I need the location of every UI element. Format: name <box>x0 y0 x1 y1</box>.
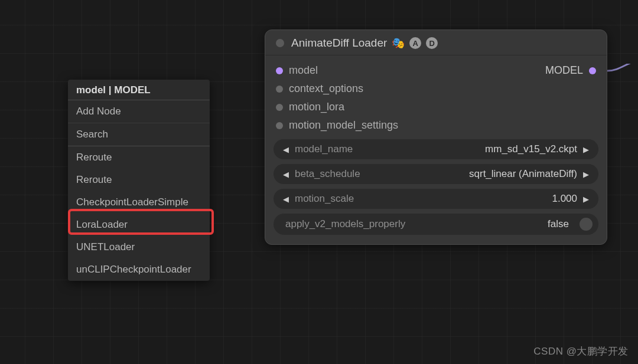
node-header[interactable]: AnimateDiff Loader 🎭 AD <box>265 30 607 55</box>
chevron-left-icon[interactable]: ◀ <box>283 195 289 204</box>
node-title: AnimateDiff Loader 🎭 AD <box>291 37 438 50</box>
chevron-left-icon[interactable]: ◀ <box>283 170 289 179</box>
widget-beta-schedule[interactable]: ◀ beta_schedule sqrt_linear (AnimateDiff… <box>274 164 598 184</box>
context-menu: model | MODEL Add Node Search Reroute Re… <box>68 80 210 281</box>
input-socket-icon[interactable] <box>276 104 283 111</box>
menu-item-lora-loader[interactable]: LoraLoader <box>68 214 210 236</box>
input-model[interactable]: model MODEL <box>274 61 598 80</box>
menu-search[interactable]: Search <box>68 123 210 146</box>
input-socket-icon[interactable] <box>276 86 283 93</box>
menu-add-node[interactable]: Add Node <box>68 100 210 123</box>
badge-d: D <box>426 37 438 49</box>
chevron-right-icon[interactable]: ▶ <box>583 170 589 179</box>
input-socket-icon[interactable] <box>276 122 283 129</box>
menu-item-checkpoint-loader-simple[interactable]: CheckpointLoaderSimple <box>68 191 210 214</box>
badge-a: A <box>409 37 421 49</box>
masks-icon: 🎭 <box>392 37 405 50</box>
menu-item-reroute[interactable]: Reroute <box>68 169 210 191</box>
chevron-right-icon[interactable]: ▶ <box>583 145 589 154</box>
input-motion-lora[interactable]: motion_lora <box>274 98 598 116</box>
collapse-dot-icon[interactable] <box>276 39 284 47</box>
chevron-right-icon[interactable]: ▶ <box>583 195 589 204</box>
menu-title: model | MODEL <box>68 80 210 100</box>
watermark: CSDN @大鹏学开发 <box>533 345 629 358</box>
menu-item-unclip-checkpoint-loader[interactable]: unCLIPCheckpointLoader <box>68 258 210 281</box>
animatediff-loader-node[interactable]: AnimateDiff Loader 🎭 AD model MODEL cont… <box>265 29 607 245</box>
input-socket-icon[interactable] <box>276 67 283 74</box>
output-socket-icon[interactable] <box>589 67 596 74</box>
widget-apply-v2[interactable]: apply_v2_models_properly false <box>274 214 598 235</box>
toggle-knob-icon[interactable] <box>580 218 593 231</box>
menu-item-reroute[interactable]: Reroute <box>68 146 210 169</box>
widget-motion-scale[interactable]: ◀ motion_scale 1.000 ▶ <box>274 189 598 209</box>
input-context-options[interactable]: context_options <box>274 80 598 98</box>
output-model[interactable]: MODEL <box>545 64 596 77</box>
chevron-left-icon[interactable]: ◀ <box>283 145 289 154</box>
widget-model-name[interactable]: ◀ model_name mm_sd_v15_v2.ckpt ▶ <box>274 139 598 159</box>
input-motion-model-settings[interactable]: motion_model_settings <box>274 116 598 135</box>
menu-item-unet-loader[interactable]: UNETLoader <box>68 236 210 258</box>
